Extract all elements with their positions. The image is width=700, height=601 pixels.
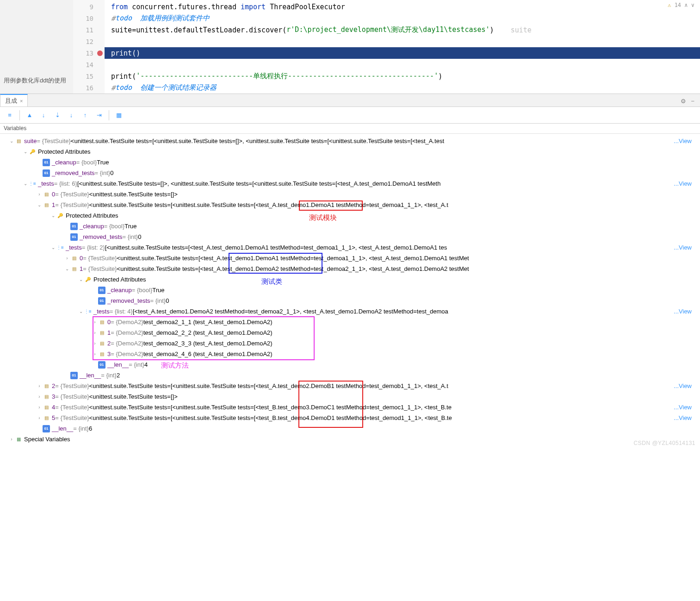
view-link[interactable]: ...View: [674, 414, 700, 421]
variable-row[interactable]: ⌄⋮≡_tests = {list: 2} [<unittest.suite.T…: [0, 242, 700, 253]
code-line[interactable]: [105, 36, 700, 47]
variable-row[interactable]: ⌄▤suite = {TestSuite} <unittest.suite.Te…: [0, 136, 700, 146]
variable-row[interactable]: ›▤2 = {DemoA2} test_demoa2_3_3 (test_A.t…: [0, 338, 700, 349]
variable-row[interactable]: ⌄⋮≡_tests = {list: 6} [<unittest.suite.T…: [0, 178, 700, 189]
debug-tab[interactable]: 且成 ×: [0, 94, 28, 106]
variable-type: = {TestSuite}: [37, 138, 70, 144]
toolbar-button-7[interactable]: ▦: [113, 109, 125, 121]
gutter-line[interactable]: 16: [73, 82, 105, 94]
gutter-line[interactable]: 13: [73, 47, 105, 59]
primitive-icon: 01: [98, 361, 105, 369]
chevron-right-icon[interactable]: ›: [36, 383, 43, 388]
chevron-up-icon[interactable]: ∧: [684, 2, 691, 8]
toolbar-button-0[interactable]: ≡: [4, 109, 16, 121]
inspection-widget[interactable]: ⚠ 14 ∧ ∨: [668, 2, 694, 8]
variable-row[interactable]: ⌄🔑Protected Attributes: [0, 210, 700, 221]
variable-type: = {int}: [95, 169, 111, 176]
variable-row[interactable]: ›▤4 = {TestSuite} <unittest.suite.TestSu…: [0, 402, 700, 413]
gutter-line[interactable]: 10: [73, 13, 105, 24]
chevron-down-icon[interactable]: ⌄: [22, 149, 29, 154]
variable-row[interactable]: ›▦Special Variables: [0, 434, 700, 444]
chevron-right-icon[interactable]: ›: [36, 192, 43, 197]
variable-row[interactable]: ›▤0 = {TestSuite} <unittest.suite.TestSu…: [0, 189, 700, 200]
variable-name: _removed_tests: [52, 169, 95, 176]
gutter-line[interactable]: 15: [73, 70, 105, 82]
code-line[interactable]: print(): [105, 47, 700, 59]
variable-row[interactable]: ⌄🔑Protected Attributes: [0, 274, 700, 285]
toolbar-button-4[interactable]: ↓: [65, 109, 77, 121]
toolbar-button-3[interactable]: ⇣: [51, 109, 63, 121]
code-line[interactable]: print('---------------------------单线程执行-…: [105, 70, 700, 82]
variable-row[interactable]: 01_cleanup = {bool} True: [0, 285, 700, 295]
chevron-right-icon[interactable]: ›: [64, 256, 70, 261]
variable-row[interactable]: 01_removed_tests = {int} 0: [0, 295, 700, 306]
chevron-right-icon[interactable]: ›: [92, 330, 98, 335]
view-link[interactable]: ...View: [674, 244, 700, 251]
code-line[interactable]: #todo 加载用例到测试套件中: [105, 13, 700, 24]
close-icon[interactable]: ×: [20, 98, 23, 104]
chevron-down-icon[interactable]: ⌄: [50, 213, 56, 218]
chevron-down-icon[interactable]: ⌄: [64, 266, 70, 271]
chevron-right-icon[interactable]: ›: [92, 351, 98, 357]
variable-value: 4: [144, 361, 148, 368]
chevron-right-icon[interactable]: ›: [92, 341, 98, 346]
variable-row[interactable]: 01_cleanup = {bool} True: [0, 221, 700, 232]
variable-row[interactable]: ›▤2 = {TestSuite} <unittest.suite.TestSu…: [0, 381, 700, 391]
chevron-right-icon[interactable]: ›: [36, 415, 43, 420]
chevron-down-icon[interactable]: ⌄: [78, 277, 84, 282]
gutter-line[interactable]: 12: [73, 36, 105, 47]
gutter-line[interactable]: 9: [73, 1, 105, 13]
gutter-line[interactable]: 11: [73, 24, 105, 36]
code-area[interactable]: ⚠ 14 ∧ ∨ from concurrent.futures.thread …: [105, 0, 700, 94]
list-icon: ⋮≡: [56, 244, 64, 251]
variable-row[interactable]: ⌄▤1 = {TestSuite} <unittest.suite.TestSu…: [0, 263, 700, 274]
variable-type: = {TestSuite}: [83, 255, 117, 262]
toolbar-button-6[interactable]: ⇥: [93, 109, 105, 121]
variable-row[interactable]: 01__len__ = {int} 2: [0, 370, 700, 381]
variable-row[interactable]: ›▤3 = {DemoA2} test_demoa2_4_6 (test_A.t…: [0, 349, 700, 359]
view-link[interactable]: ...View: [674, 308, 700, 315]
variable-row[interactable]: 01__len__ = {int} 4: [0, 359, 700, 370]
variable-name: 1: [52, 201, 55, 208]
gear-icon[interactable]: ⚙: [681, 98, 686, 105]
variable-row[interactable]: 01_removed_tests = {int} 0: [0, 232, 700, 242]
chevron-right-icon[interactable]: ›: [36, 394, 43, 399]
chevron-down-icon[interactable]: ⌄: [50, 245, 56, 250]
line-gutter[interactable]: 910111213141516: [73, 0, 105, 94]
variable-row[interactable]: ›▤0 = {DemoA2} test_demoa2_1_1 (test_A.t…: [0, 317, 700, 327]
variable-label: Protected Attributes: [66, 212, 118, 219]
code-line[interactable]: #todo 创建一个测试结果记录器: [105, 82, 700, 94]
variable-row[interactable]: ›▤3 = {TestSuite} <unittest.suite.TestSu…: [0, 391, 700, 402]
variable-row[interactable]: ›▤5 = {TestSuite} <unittest.suite.TestSu…: [0, 413, 700, 423]
toolbar-button-1[interactable]: ▲: [24, 109, 36, 121]
chevron-right-icon[interactable]: ›: [36, 405, 43, 410]
chevron-down-icon[interactable]: ∨: [691, 2, 694, 8]
variable-row[interactable]: 01_cleanup = {bool} True: [0, 157, 700, 168]
variable-row[interactable]: 01__len__ = {int} 6: [0, 423, 700, 434]
variable-row[interactable]: ›▤0 = {TestSuite} <unittest.suite.TestSu…: [0, 253, 700, 263]
view-link[interactable]: ...View: [674, 138, 700, 144]
variable-row[interactable]: ⌄🔑Protected Attributes: [0, 146, 700, 157]
minimize-icon[interactable]: −: [691, 98, 694, 105]
variables-tree[interactable]: ⌄▤suite = {TestSuite} <unittest.suite.Te…: [0, 134, 700, 449]
toolbar-button-2[interactable]: ↓: [37, 109, 50, 121]
chevron-down-icon[interactable]: ⌄: [78, 309, 84, 314]
variable-value: test_demoa2_3_3 (test_A.test_demo1.DemoA…: [143, 340, 273, 347]
toolbar-button-5[interactable]: ↑: [79, 109, 91, 121]
view-link[interactable]: ...View: [674, 180, 700, 187]
gutter-line[interactable]: 14: [73, 59, 105, 70]
chevron-down-icon[interactable]: ⌄: [8, 138, 15, 144]
code-line[interactable]: from concurrent.futures.thread import Th…: [105, 1, 700, 13]
chevron-right-icon[interactable]: ›: [92, 319, 98, 325]
variable-row[interactable]: ›▤1 = {DemoA2} test_demoa2_2_2 (test_A.t…: [0, 327, 700, 338]
variable-row[interactable]: ⌄⋮≡_tests = {list: 4} [<test_A.test_demo…: [0, 306, 700, 317]
view-link[interactable]: ...View: [674, 404, 700, 411]
chevron-down-icon[interactable]: ⌄: [22, 181, 29, 186]
view-link[interactable]: ...View: [674, 382, 700, 389]
code-line[interactable]: suite=unittest.defaultTestLoader.discove…: [105, 24, 700, 36]
variable-row[interactable]: ⌄▤1 = {TestSuite} <unittest.suite.TestSu…: [0, 200, 700, 210]
code-line[interactable]: [105, 59, 700, 70]
chevron-down-icon[interactable]: ⌄: [36, 202, 43, 207]
variable-row[interactable]: 01_removed_tests = {int} 0: [0, 168, 700, 178]
chevron-right-icon[interactable]: ›: [8, 437, 15, 442]
